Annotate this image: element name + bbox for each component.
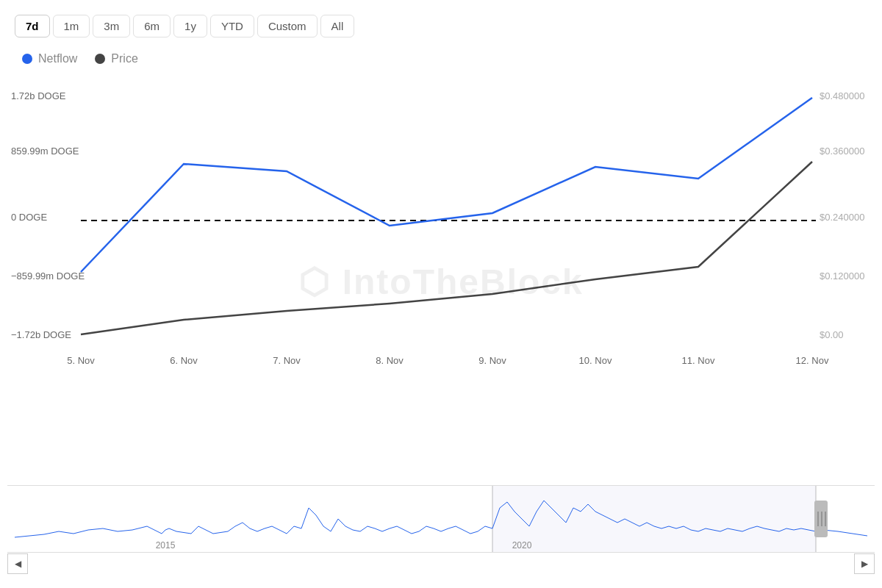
time-btn-6m[interactable]: 6m [133, 15, 171, 37]
y-label-left-3: −859.99m DOGE [11, 270, 85, 282]
mini-selection [492, 486, 816, 552]
chart-legend: Netflow Price [7, 52, 875, 65]
price-line [81, 162, 812, 334]
x-label-7: 12. Nov [796, 355, 829, 366]
x-label-1: 6. Nov [170, 355, 198, 366]
nav-bar: ◀ ▶ [7, 552, 875, 574]
main-container: 7d1m3m6m1yYTDCustomAll Netflow Price ⬡ I… [0, 0, 882, 588]
netflow-line [81, 98, 812, 272]
netflow-label: Netflow [38, 52, 77, 65]
x-label-3: 8. Nov [376, 355, 404, 366]
x-label-4: 9. Nov [478, 355, 506, 366]
y-label-right-0: $0.480000 [820, 90, 864, 101]
x-label-5: 10. Nov [579, 355, 612, 366]
mini-year-2015: 2015 [156, 540, 176, 551]
y-label-left-0: 1.72b DOGE [11, 90, 66, 101]
price-label: Price [111, 52, 137, 65]
legend-price: Price [95, 52, 137, 65]
main-chart-svg: 1.72b DOGE 859.99m DOGE 0 DOGE −859.99m … [7, 77, 875, 386]
y-label-right-1: $0.360000 [820, 146, 864, 157]
main-chart-area: ⬡ IntoTheBlock 1.72b DOGE 859.99m DOGE 0… [7, 77, 875, 581]
y-label-right-2: $0.240000 [820, 212, 864, 223]
time-btn-3m[interactable]: 3m [93, 15, 130, 37]
mini-year-2020: 2020 [512, 540, 532, 551]
x-label-2: 7. Nov [273, 355, 301, 366]
nav-prev-button[interactable]: ◀ [7, 553, 28, 574]
y-label-left-2: 0 DOGE [11, 212, 47, 223]
chart-svg-container: ⬡ IntoTheBlock 1.72b DOGE 859.99m DOGE 0… [7, 77, 875, 485]
y-label-right-4: $0.00 [820, 329, 844, 340]
mini-chart-svg: 2015 2020 [7, 486, 875, 552]
y-label-left-4: −1.72b DOGE [11, 329, 71, 340]
time-btn-1y[interactable]: 1y [173, 15, 207, 37]
y-label-left-1: 859.99m DOGE [11, 146, 79, 157]
time-btn-ytd[interactable]: YTD [210, 15, 254, 37]
time-btn-all[interactable]: All [320, 15, 355, 37]
nav-next-button[interactable]: ▶ [854, 553, 875, 574]
time-btn-custom[interactable]: Custom [257, 15, 318, 37]
time-range-bar: 7d1m3m6m1yYTDCustomAll [7, 15, 875, 37]
time-btn-1m[interactable]: 1m [53, 15, 90, 37]
legend-netflow: Netflow [22, 52, 77, 65]
price-dot [95, 54, 105, 64]
netflow-dot [22, 54, 32, 64]
x-label-6: 11. Nov [682, 355, 715, 366]
x-label-0: 5. Nov [67, 355, 95, 366]
mini-chart-container: 2015 2020 ◀ ▶ [7, 485, 875, 581]
y-label-right-3: $0.120000 [820, 270, 864, 282]
time-btn-7d[interactable]: 7d [15, 15, 50, 37]
